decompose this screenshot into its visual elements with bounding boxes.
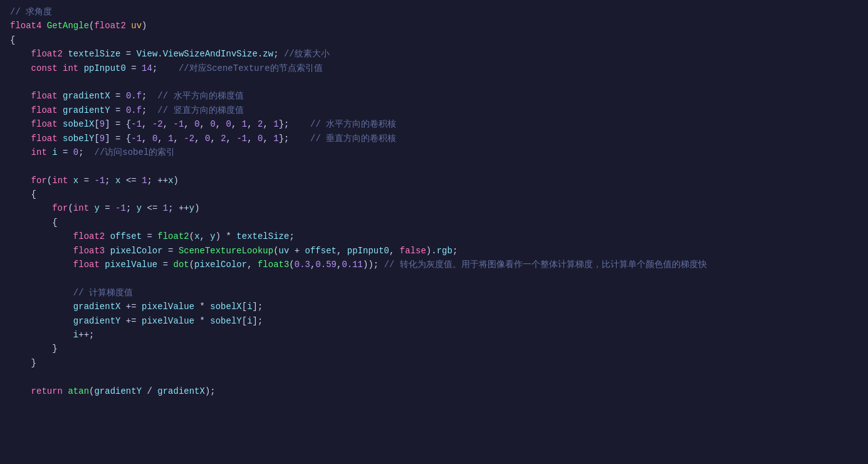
plain-token: , [263, 132, 273, 145]
plain-token [63, 47, 68, 61]
plain-token: , [231, 117, 242, 131]
plain-token [78, 61, 83, 75]
plain-token: ( [89, 384, 94, 398]
keyword-token: int [73, 201, 89, 215]
comment-token: // 求角度 [10, 5, 52, 19]
var-token: gradientX [157, 384, 205, 398]
function-token: float2 [157, 229, 189, 243]
number-token: 0 [194, 117, 199, 131]
number-token: 0 [226, 117, 231, 131]
plain-token: ; [289, 229, 294, 243]
indent [10, 356, 31, 370]
plain-token: , [163, 117, 174, 131]
var-token: gradientX [73, 300, 121, 314]
number-token: 2 [221, 132, 226, 145]
plain-token: , [263, 117, 273, 131]
var-token: pixelValue [142, 300, 194, 314]
plain-token: [ [94, 132, 99, 145]
number-token: 1 [273, 117, 278, 131]
var-token: View [137, 47, 158, 61]
number-token: 1 [142, 174, 147, 187]
indent [10, 201, 52, 215]
comment-token: // 水平方向的梯度值 [157, 89, 243, 103]
param-token: uv [131, 19, 142, 33]
punc-token: { [31, 187, 36, 201]
code-line: float gradientY = 0.f ; // 竖直方向的梯度值 [0, 103, 868, 117]
function-token: float3 [258, 258, 289, 272]
plain-token: )); [363, 258, 384, 272]
plain-token: = [110, 89, 126, 103]
var-token: pixelValue [142, 314, 194, 328]
code-line: float4 GetAngle ( float2 uv ) [0, 19, 868, 33]
plain-token: = [58, 145, 73, 159]
plain-token: , [216, 117, 226, 131]
plain-token: ) [174, 174, 179, 187]
number-token: 0 [73, 145, 78, 159]
var-token: gradientX [63, 89, 110, 103]
var-token: x [73, 174, 78, 187]
code-line: { [0, 33, 868, 47]
var-token: ppInput0 [84, 61, 126, 75]
indent [10, 328, 73, 342]
var-token: x [194, 229, 199, 243]
plain-token: = [163, 244, 179, 258]
number-token: -2 [184, 132, 194, 145]
plain-token: ] = { [105, 132, 131, 145]
plain-token: = [120, 47, 136, 61]
keyword-token: float4 [10, 19, 41, 33]
var-token: y [189, 201, 194, 215]
indent [10, 103, 31, 117]
keyword-token: float3 [73, 244, 105, 258]
code-line: float3 pixelColor = SceneTextureLookup (… [0, 244, 868, 258]
number-token: 0 [152, 132, 157, 145]
code-line: return atan ( gradientY / gradientX ); [0, 384, 868, 398]
comment-token: //访问sobel的索引 [94, 145, 175, 159]
number-token: 0.f [126, 103, 142, 117]
plain-token: <= [142, 201, 163, 215]
plain-token: = [110, 103, 126, 117]
plain-token: ( [47, 174, 52, 187]
code-line: float2 textelSize = View . ViewSizeAndIn… [0, 47, 868, 61]
indent [10, 300, 73, 314]
keyword-token: false [400, 244, 426, 258]
keyword-token: int [52, 174, 68, 187]
keyword-token: return [31, 384, 63, 398]
plain-token: , [194, 132, 205, 145]
var-token: textelSize [236, 229, 289, 243]
var-token: zw [263, 47, 273, 61]
plain-token: , [226, 132, 237, 145]
plain-token: , [389, 244, 400, 258]
plain-token [100, 258, 105, 272]
indent [10, 145, 31, 159]
indent [10, 61, 31, 75]
punc-token: ( [89, 19, 94, 33]
var-token: gradientY [73, 314, 121, 328]
indent [10, 384, 31, 398]
plain-token: = [78, 174, 94, 187]
indent [10, 187, 31, 201]
comment-token: // 垂直方向的卷积核 [310, 132, 396, 145]
number-token: -1 [131, 132, 142, 145]
plain-token [41, 19, 46, 33]
plain-token: [ [94, 117, 99, 131]
plain-token: ) [194, 201, 199, 215]
function-token: atan [68, 384, 89, 398]
punc-token: ) [142, 19, 147, 33]
plain-token: ; [152, 61, 179, 75]
plain-token: , [200, 117, 211, 131]
code-line: { [0, 187, 868, 201]
var-token: rgb [437, 244, 452, 258]
keyword-token: float [31, 117, 58, 131]
indent [10, 229, 73, 243]
code-line: float sobelX [ 9 ] = { -1 , -2 , -1 , 0 … [0, 117, 868, 131]
plain-token: ] = { [105, 117, 131, 131]
plain-token: , [142, 117, 152, 131]
code-line: } [0, 356, 868, 370]
indent [10, 47, 31, 61]
function-token: GetAngle [47, 19, 89, 33]
plain-token: + [289, 244, 305, 258]
plain-token: ; ++ [168, 201, 189, 215]
number-token: 14 [142, 61, 152, 75]
plain-token: ; [126, 201, 137, 215]
plain-token: , [310, 258, 315, 272]
